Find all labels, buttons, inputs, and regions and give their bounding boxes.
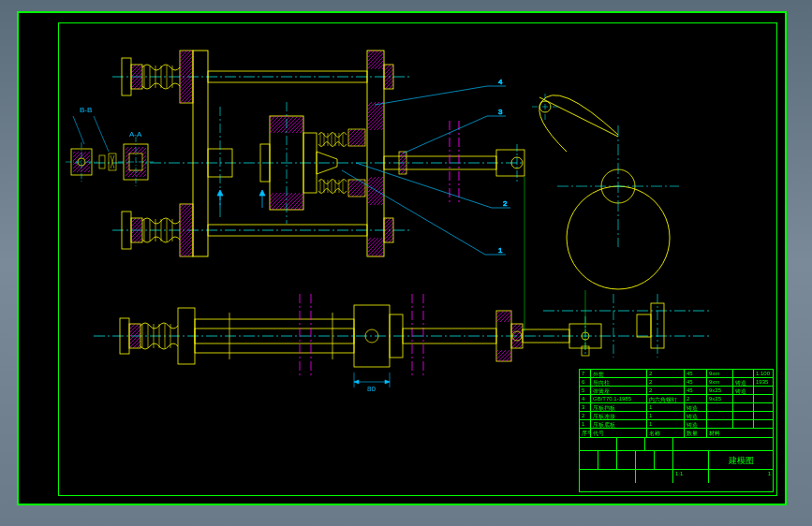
svg-rect-27 (348, 129, 365, 146)
svg-rect-8 (131, 218, 142, 242)
svg-line-65 (403, 116, 487, 153)
cam-profile (532, 94, 679, 289)
section-label-a: A-A (129, 130, 142, 139)
svg-rect-99 (637, 314, 651, 337)
right-plate (367, 51, 393, 256)
svg-rect-74 (129, 324, 140, 348)
svg-rect-28 (348, 180, 365, 197)
svg-rect-12 (367, 51, 384, 256)
svg-text:4: 4 (498, 78, 503, 86)
svg-rect-11 (193, 51, 208, 256)
detail-section-a (66, 142, 97, 182)
svg-rect-16 (367, 238, 384, 256)
svg-line-55 (73, 116, 84, 144)
svg-rect-4 (131, 65, 142, 89)
section-label-b: B-B (80, 106, 92, 114)
detail-section-b (99, 137, 154, 187)
svg-line-36 (539, 97, 618, 137)
svg-rect-77 (195, 319, 354, 353)
svg-rect-14 (367, 102, 384, 130)
dim-80: 80 (367, 385, 376, 393)
svg-rect-53 (99, 155, 105, 168)
scale: 1:1 (673, 470, 709, 483)
drawing-title: 建模图 (709, 451, 773, 469)
svg-line-56 (94, 116, 109, 152)
svg-text:2: 2 (503, 199, 508, 208)
svg-rect-17 (384, 65, 393, 89)
svg-rect-30 (399, 152, 406, 174)
sheet-no: 1 (709, 470, 773, 483)
title-block: 7外套2459xm1:100 6导向柱2459xm铸造1935 5弹簧座2459… (579, 369, 774, 492)
svg-rect-15 (367, 177, 384, 205)
left-plate (193, 51, 208, 256)
svg-rect-10 (180, 204, 193, 256)
svg-text:1: 1 (498, 246, 503, 255)
svg-rect-6 (180, 51, 193, 103)
svg-rect-18 (384, 218, 393, 242)
svg-rect-89 (496, 311, 511, 322)
svg-rect-76 (195, 329, 354, 343)
svg-text:3: 3 (498, 108, 503, 116)
top-assembly-view: B-B A-A (66, 51, 679, 289)
svg-rect-91 (511, 324, 523, 348)
svg-line-59 (342, 170, 485, 255)
svg-rect-90 (496, 350, 511, 361)
cad-canvas: B-B A-A 1 2 3 4 (17, 11, 787, 505)
svg-rect-13 (367, 51, 384, 69)
